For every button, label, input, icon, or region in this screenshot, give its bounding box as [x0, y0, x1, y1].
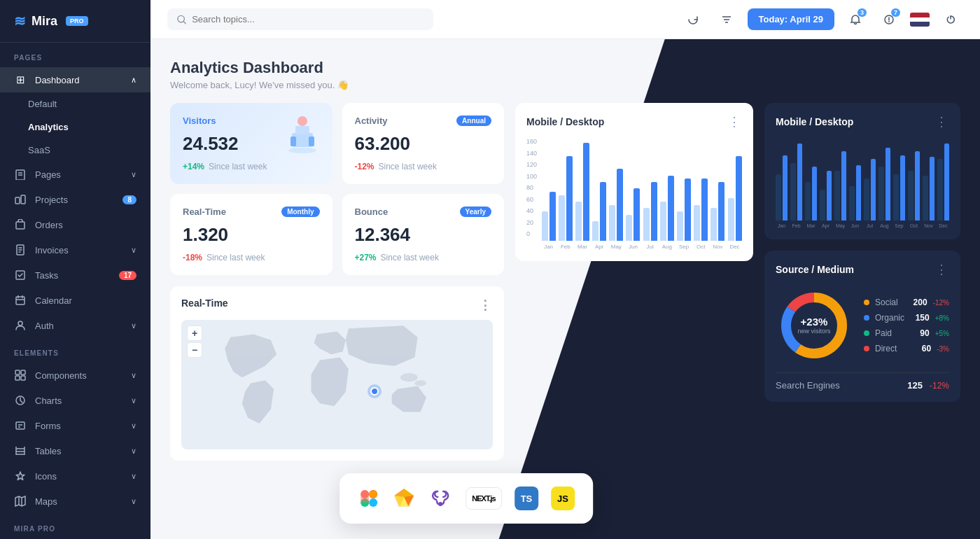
sidebar-item-tasks[interactable]: Tasks 17: [0, 262, 150, 288]
tables-label: Tables: [35, 446, 62, 456]
x-label-oct: Oct: [694, 244, 708, 250]
svg-rect-56: [360, 494, 369, 503]
pages-icon: [14, 168, 27, 181]
map-zoom-in[interactable]: +: [187, 326, 202, 341]
bar-jan-mobile: [542, 211, 548, 241]
legend-dot-direct: [864, 346, 869, 351]
sidebar-item-analytics[interactable]: Analytics: [0, 115, 150, 139]
dark-chart-title: Mobile / Desktop: [776, 116, 853, 127]
svg-rect-5: [16, 222, 24, 229]
mobile-desktop-chart: Mobile / Desktop ⋮ 160 140 120 100 80: [515, 103, 753, 261]
filter-button[interactable]: [714, 7, 739, 32]
notifications-button[interactable]: 3: [843, 7, 868, 32]
icons-icon: [14, 470, 27, 482]
sidebar-item-orders[interactable]: Orders: [0, 212, 150, 237]
x-label-aug: Aug: [659, 244, 674, 250]
svg-marker-29: [15, 496, 25, 506]
realtime-change-label: Since last week: [206, 253, 265, 262]
sidebar-item-forms[interactable]: Forms ∨: [0, 413, 150, 438]
sidebar-item-invoices[interactable]: Invoices ∨: [0, 237, 150, 262]
source-medium-section: Source / Medium ⋮: [764, 251, 960, 402]
x-label-apr: Apr: [592, 244, 607, 250]
sidebar-item-dashboard[interactable]: ⊞ Dashboard ∧: [0, 67, 150, 92]
search-input[interactable]: [192, 14, 424, 24]
forms-icon: [14, 419, 27, 432]
refresh-button[interactable]: [680, 7, 706, 32]
chevron-maps: ∨: [131, 497, 136, 506]
svg-rect-45: [309, 136, 314, 146]
map-more-button[interactable]: ⋮: [479, 298, 493, 313]
sidebar-item-tables[interactable]: Tables ∨: [0, 438, 150, 463]
search-engines-row: Search Engines 125 -12%: [776, 372, 949, 391]
sidebar-item-maps[interactable]: Maps ∨: [0, 489, 150, 514]
search-box[interactable]: [167, 8, 433, 30]
map-zoom-out[interactable]: −: [187, 342, 202, 358]
y-label-80: 80: [526, 184, 537, 191]
power-button[interactable]: [938, 7, 963, 32]
sidebar-item-saas[interactable]: SaaS: [0, 139, 150, 162]
charts-label: Charts: [35, 396, 62, 406]
language-flag[interactable]: [910, 13, 930, 27]
sidebar-item-calendar[interactable]: Calendar: [0, 288, 150, 313]
source-title: Source / Medium: [776, 264, 854, 275]
activity-change: -12%: [355, 162, 374, 172]
svg-rect-16: [15, 370, 20, 374]
date-button[interactable]: Today: April 29: [748, 8, 834, 30]
maps-label: Maps: [35, 496, 57, 507]
chevron-forms: ∨: [131, 421, 136, 430]
realtime-map-section: Real-Time ⋮ + −: [170, 286, 504, 461]
sidebar-item-components[interactable]: Components ∨: [0, 363, 150, 388]
svg-point-43: [298, 116, 307, 126]
svg-rect-4: [21, 195, 25, 204]
map-body: + −: [181, 320, 493, 449]
components-label: Components: [35, 370, 87, 381]
y-label-20: 20: [526, 219, 537, 226]
sidebar-item-auth[interactable]: Auth ∨: [0, 313, 150, 338]
donut-percentage: +23%: [797, 316, 830, 328]
map-zoom-controls: + −: [187, 326, 202, 358]
invoices-icon: [14, 244, 27, 256]
page-title: Analytics Dashboard: [170, 59, 349, 77]
dark-bars: [776, 136, 949, 220]
power-icon: [945, 14, 956, 25]
legend-dot-social: [864, 300, 869, 305]
activity-value: 63.200: [355, 133, 492, 155]
tables-icon: [14, 444, 27, 457]
chevron-pages: ∨: [131, 170, 136, 179]
sidebar-item-charts[interactable]: Charts ∨: [0, 388, 150, 413]
invoices-label: Invoices: [35, 245, 69, 255]
dashboard-icon: ⊞: [14, 74, 27, 86]
legend-dot-organic: [864, 315, 869, 321]
x-label-jun: Jun: [626, 244, 640, 250]
donut-subtitle: new visitors: [797, 328, 830, 335]
dashboard-label: Dashboard: [35, 75, 80, 85]
bar-jan-desktop: [550, 192, 556, 241]
refresh-icon: [687, 14, 699, 25]
bounce-label: Bounce: [355, 206, 388, 217]
x-label-jan: Jan: [541, 244, 556, 250]
realtime-badge: Monthly: [281, 206, 319, 217]
chevron-charts: ∨: [131, 396, 136, 405]
tasks-icon: [14, 269, 27, 281]
svg-rect-11: [16, 297, 24, 304]
x-label-dec: Dec: [727, 244, 742, 250]
y-label-140: 140: [526, 150, 537, 157]
y-label-60: 60: [526, 196, 537, 203]
dark-chart-more[interactable]: ⋮: [935, 114, 949, 130]
page-subtitle: Welcome back, Lucy! We've missed you. 👋: [170, 80, 349, 90]
sidebar-item-default[interactable]: Default: [0, 92, 150, 115]
source-more-button[interactable]: ⋮: [935, 262, 949, 277]
stat-card-visitors: Visitors 24.532 +14% Since last week: [170, 103, 332, 184]
icons-label: Icons: [35, 471, 57, 482]
visitors-change: +14%: [183, 162, 204, 172]
stat-card-activity: Activity Annual 63.200 -12% Since last w…: [342, 103, 505, 184]
dark-right-panel: Mobile / Desktop ⋮: [764, 103, 960, 461]
alerts-button[interactable]: 7: [876, 7, 902, 32]
sidebar-item-pages[interactable]: Pages ∨: [0, 162, 150, 187]
y-label-40: 40: [526, 207, 537, 214]
x-label-mar: Mar: [575, 244, 589, 250]
chart-more-button[interactable]: ⋮: [728, 114, 742, 130]
legend-change-direct: -3%: [937, 345, 949, 353]
sidebar-item-icons[interactable]: Icons ∨: [0, 463, 150, 489]
sidebar-item-projects[interactable]: Projects 8: [0, 187, 150, 212]
